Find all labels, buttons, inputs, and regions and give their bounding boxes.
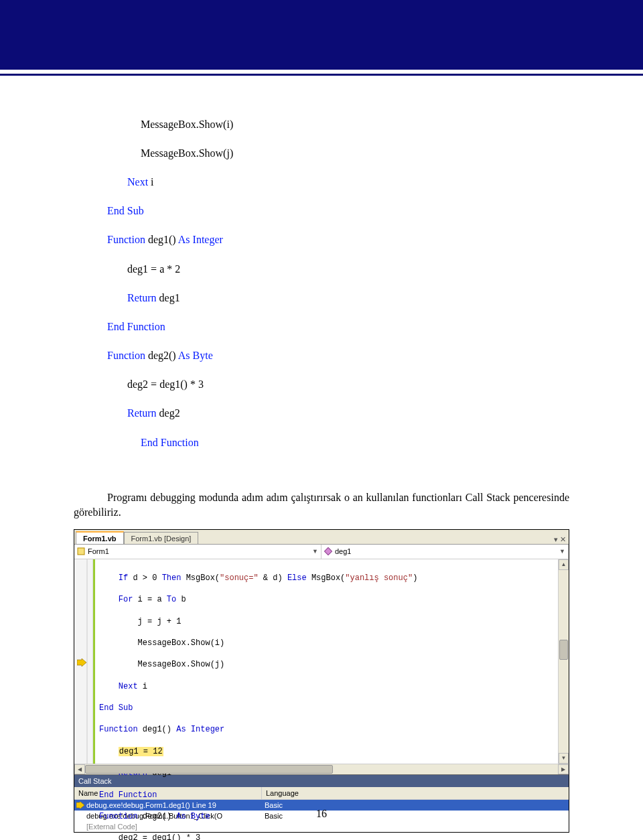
code-keyword: Else xyxy=(287,573,307,583)
code-text: deg2 xyxy=(157,407,180,419)
frame-icon xyxy=(74,822,86,831)
svg-marker-2 xyxy=(77,658,86,667)
vertical-scrollbar[interactable]: ▲ ▼ xyxy=(558,559,569,764)
code-keyword: End Function xyxy=(99,790,157,800)
code-text: b xyxy=(176,595,186,604)
current-line-highlight: deg1 = 12 xyxy=(119,747,163,756)
code-text: i = a xyxy=(133,595,166,604)
code-text: MessageBox.Show(i) xyxy=(141,119,233,130)
scroll-thumb[interactable] xyxy=(559,640,568,660)
code-text: deg2 = deg1() * 3 xyxy=(119,833,200,840)
code-keyword: Next xyxy=(127,176,148,188)
class-member-bar: Form1 ▼ deg1 ▼ xyxy=(74,545,569,559)
page-number: 16 xyxy=(0,808,643,820)
svg-rect-0 xyxy=(78,548,84,555)
code-text: deg1() xyxy=(138,725,177,734)
code-string: "sonuç=" xyxy=(220,573,259,583)
scroll-left-icon[interactable]: ◀ xyxy=(74,764,85,774)
code-text: deg2() xyxy=(145,350,178,361)
code-listing: MessageBox.Show(i) MessageBox.Show(j) Ne… xyxy=(74,102,569,478)
code-text-area[interactable]: If d > 0 Then MsgBox("sonuç=" & d) Else … xyxy=(93,559,569,764)
combo-text: Form1 xyxy=(88,547,309,555)
code-text: MsgBox( xyxy=(307,573,346,583)
combo-text: deg1 xyxy=(335,547,557,555)
document-tab-bar: Form1.vb Form1.vb [Design] ▾ ✕ xyxy=(74,530,569,545)
code-keyword: As Integer xyxy=(178,234,223,245)
code-keyword: As Integer xyxy=(176,725,224,734)
tab-form1-design[interactable]: Form1.vb [Design] xyxy=(124,532,199,544)
scroll-up-icon[interactable]: ▲ xyxy=(559,559,569,570)
code-keyword: End Sub xyxy=(99,703,133,713)
member-combo[interactable]: deg1 ▼ xyxy=(322,545,569,559)
scroll-down-icon[interactable]: ▼ xyxy=(559,753,569,764)
code-text: MessageBox.Show(i) xyxy=(119,638,224,648)
svg-rect-1 xyxy=(324,547,332,555)
code-text: i xyxy=(138,682,147,691)
close-icon[interactable]: ✕ xyxy=(560,535,566,544)
code-keyword: End Function xyxy=(141,437,199,448)
code-keyword: Function xyxy=(99,725,138,734)
code-string: "yanlış sonuç" xyxy=(345,573,413,583)
code-text: MsgBox( xyxy=(181,573,220,583)
code-keyword: Next xyxy=(119,682,138,691)
class-combo[interactable]: Form1 ▼ xyxy=(74,545,322,559)
code-text: deg2 = deg1() * 3 xyxy=(127,378,204,390)
code-text: deg1 = a * 2 xyxy=(127,263,180,275)
visual-studio-screenshot: Form1.vb Form1.vb [Design] ▾ ✕ Form1 ▼ d… xyxy=(74,529,569,833)
editor-gutter xyxy=(74,559,93,764)
code-keyword: If xyxy=(119,573,128,583)
class-icon xyxy=(77,547,85,555)
code-keyword: Function xyxy=(107,234,145,245)
tab-label: Form1.vb [Design] xyxy=(131,535,192,543)
chevron-down-icon: ▼ xyxy=(312,548,318,555)
code-editor[interactable]: If d > 0 Then MsgBox("sonuç=" & d) Else … xyxy=(74,559,569,764)
code-text: i xyxy=(148,176,153,188)
code-keyword: For xyxy=(119,595,133,604)
chevron-down-icon: ▼ xyxy=(559,548,565,555)
paragraph: Programı debugging modunda adım adım çal… xyxy=(74,490,569,519)
code-text: & d) xyxy=(259,573,287,583)
horizontal-scrollbar[interactable]: ◀ ▶ xyxy=(74,764,569,774)
header-band xyxy=(0,0,643,70)
tab-label: Form1.vb xyxy=(83,535,117,543)
tab-form1-vb[interactable]: Form1.vb xyxy=(76,531,124,544)
code-keyword: Return xyxy=(127,292,157,303)
code-text: ) xyxy=(413,573,417,583)
code-text: deg1 xyxy=(157,292,180,303)
code-keyword: Then xyxy=(162,573,182,583)
dropdown-icon[interactable]: ▾ xyxy=(554,535,558,544)
code-text: d > 0 xyxy=(128,573,161,583)
code-keyword: As Byte xyxy=(178,350,213,361)
code-text: j = j + 1 xyxy=(119,617,182,626)
page-content: MessageBox.Show(i) MessageBox.Show(j) Ne… xyxy=(0,76,643,840)
code-keyword: Function xyxy=(107,350,145,361)
scroll-thumb[interactable] xyxy=(85,765,333,774)
current-line-arrow-icon xyxy=(77,658,86,667)
code-keyword: End Sub xyxy=(107,205,144,216)
code-text: MessageBox.Show(j) xyxy=(119,660,224,669)
code-keyword: To xyxy=(167,595,176,604)
scroll-track[interactable] xyxy=(85,764,558,774)
code-text: deg1() xyxy=(145,234,178,245)
code-text: MessageBox.Show(j) xyxy=(141,147,233,159)
method-icon xyxy=(324,547,332,555)
code-keyword: Return xyxy=(127,407,157,419)
code-keyword: End Function xyxy=(107,321,165,332)
